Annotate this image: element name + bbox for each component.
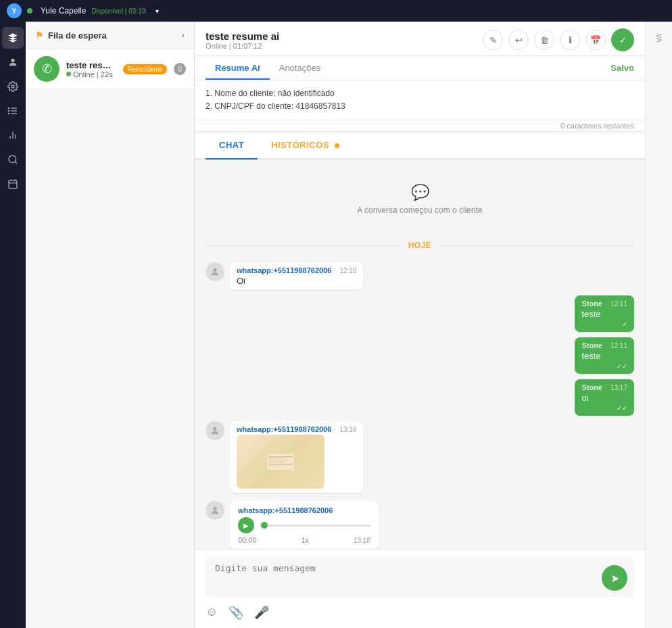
message-bubble-image: whatsapp:+5511988762006 13:18: [230, 421, 363, 493]
edit-button[interactable]: ✎: [483, 30, 503, 50]
check-button[interactable]: ✓: [611, 28, 634, 51]
chat-header-actions: ✎ ↩ 🗑 ℹ 📅 ✓: [483, 28, 634, 51]
svg-point-18: [213, 427, 216, 431]
audio-speed: 1x: [301, 536, 309, 544]
chat-header-left: teste resume ai Online | 01:07:12: [206, 30, 279, 50]
right-panel: VA: [645, 22, 672, 628]
chat-bubble-icon: 💬: [411, 184, 429, 201]
table-row: Stone 12:11 teste ✓: [206, 295, 634, 332]
chat-contact-status: Online | 01:07:12: [206, 42, 279, 50]
svg-rect-21: [268, 459, 287, 460]
audio-progress-dot: [261, 522, 268, 529]
tab-chat[interactable]: CHAT: [206, 132, 258, 160]
tab-resume-ai[interactable]: Resume Aí: [206, 56, 270, 80]
resume-line-1: 1. Nome do cliente: não identificado: [206, 87, 623, 100]
play-button[interactable]: ▶: [238, 517, 254, 533]
sidebar-item-chart[interactable]: [2, 124, 24, 146]
trash-button[interactable]: 🗑: [534, 30, 554, 50]
tab-anotacoes[interactable]: Anotações: [270, 56, 330, 80]
microphone-button[interactable]: 🎤: [254, 605, 269, 620]
icon-sidebar: [0, 22, 26, 628]
avatar: [206, 262, 224, 281]
audio-msg-time: 13:18: [354, 537, 370, 544]
svg-point-7: [8, 113, 9, 114]
svg-rect-22: [268, 460, 290, 461]
msg-sender: Stone: [581, 299, 602, 308]
chat-messages[interactable]: 💬 A conversa começou com o cliente HOJE …: [195, 160, 645, 549]
chat-header: teste resume ai Online | 01:07:12 ✎ ↩ 🗑 …: [195, 22, 645, 56]
date-divider: HOJE: [206, 241, 634, 250]
message-bubble-incoming-1: whatsapp:+5511988762006 12:10 Oi: [230, 262, 363, 290]
msg-text: oi: [581, 393, 627, 403]
msg-header: Stone 12:11: [581, 299, 627, 309]
conversation-start: 💬 A conversa começou com o cliente: [206, 184, 634, 215]
msg-text: teste: [581, 309, 627, 319]
char-count: 0 caracteres restantes: [195, 120, 645, 132]
msg-header: Stone 12:11: [581, 341, 627, 351]
sidebar-item-calendar[interactable]: [2, 173, 24, 195]
queue-icon: ⚑: [35, 30, 44, 41]
date-divider-text: HOJE: [408, 241, 432, 250]
queue-item[interactable]: ✆ teste resume ai Online | 22s Reinciden…: [26, 49, 194, 89]
msg-time: 12:10: [339, 267, 356, 274]
svg-line-12: [15, 162, 17, 164]
audio-progress[interactable]: [260, 525, 370, 527]
send-button[interactable]: ➤: [602, 565, 627, 591]
message-input[interactable]: [206, 556, 634, 597]
message-input-area: ➤ ☺ 📎 🎤: [195, 549, 645, 628]
table-row: Stone 12:11 teste ✓✓: [206, 337, 634, 374]
tab-historico[interactable]: HISTÓRICOS: [258, 132, 353, 158]
svg-point-0: [11, 59, 14, 62]
divider-line-left: [206, 245, 400, 246]
queue-expand-icon[interactable]: ›: [182, 30, 185, 40]
queue-item-name: teste resume ai: [66, 60, 116, 70]
table-row: whatsapp:+5511988762006 13:18: [206, 421, 634, 493]
queue-item-info: teste resume ai Online | 22s: [66, 60, 116, 78]
badge-count: 0: [174, 63, 186, 75]
svg-rect-13: [9, 180, 17, 189]
msg-sender: whatsapp:+5511988762006: [237, 266, 331, 274]
resume-tabs-bar: Resume Aí Anotações Salvo: [195, 56, 645, 80]
chat-area: teste resume ai Online | 01:07:12 ✎ ↩ 🗑 …: [195, 22, 645, 628]
svg-point-5: [8, 107, 9, 108]
message-image[interactable]: [237, 435, 325, 489]
sidebar-item-search[interactable]: [2, 149, 24, 170]
divider-line-right: [439, 245, 634, 246]
sidebar-item-settings[interactable]: [2, 76, 24, 97]
queue-panel: ⚑ Fila de espera › ✆ teste resume ai Onl…: [26, 22, 195, 628]
msg-check-icon: ✓✓: [617, 404, 627, 412]
msg-header: whatsapp:+5511988762006 13:18: [237, 425, 356, 435]
sidebar-item-list[interactable]: [2, 100, 24, 122]
calendar-button[interactable]: 📅: [585, 30, 606, 50]
right-panel-label: VA: [655, 34, 663, 43]
msg-check-icon: ✓✓: [617, 362, 627, 370]
queue-title: Fila de espera: [48, 30, 107, 41]
conversation-start-text: A conversa começou com o cliente: [357, 206, 482, 215]
msg-time: 13:17: [610, 384, 627, 391]
attachment-button[interactable]: 📎: [229, 605, 243, 620]
image-placeholder: [237, 435, 325, 489]
queue-header: ⚑ Fila de espera ›: [26, 22, 194, 49]
save-label: Salvo: [610, 63, 634, 73]
msg-text: Oi: [237, 276, 356, 286]
msg-sender: Stone: [581, 341, 602, 349]
svg-rect-20: [268, 456, 293, 457]
sidebar-item-layers[interactable]: [2, 27, 24, 49]
input-actions: ☺ 📎 🎤: [206, 600, 634, 621]
queue-header-left: ⚑ Fila de espera: [35, 30, 107, 41]
online-dot: [66, 72, 71, 76]
reply-button[interactable]: ↩: [508, 30, 529, 50]
emoji-button[interactable]: ☺: [206, 605, 218, 620]
table-row: whatsapp:+5511988762006 12:10 Oi: [206, 262, 634, 290]
chevron-down-icon[interactable]: ▾: [155, 7, 159, 15]
svg-point-17: [213, 268, 216, 272]
topbar: Y Yule Capelle Disponível | 03:19: ▾: [0, 0, 672, 22]
table-row: whatsapp:+5511988762006 ▶ 00:00 1x 13:18: [206, 501, 634, 549]
whatsapp-icon: ✆: [42, 62, 52, 76]
sidebar-item-person[interactable]: [2, 51, 24, 73]
audio-footer: 00:00 1x 13:18: [238, 536, 370, 544]
queue-item-status: Online | 22s: [66, 70, 116, 78]
resume-area: 1. Nome do cliente: não identificado 2. …: [195, 80, 645, 120]
audio-controls: ▶: [238, 517, 370, 533]
info-button[interactable]: ℹ: [560, 30, 580, 50]
